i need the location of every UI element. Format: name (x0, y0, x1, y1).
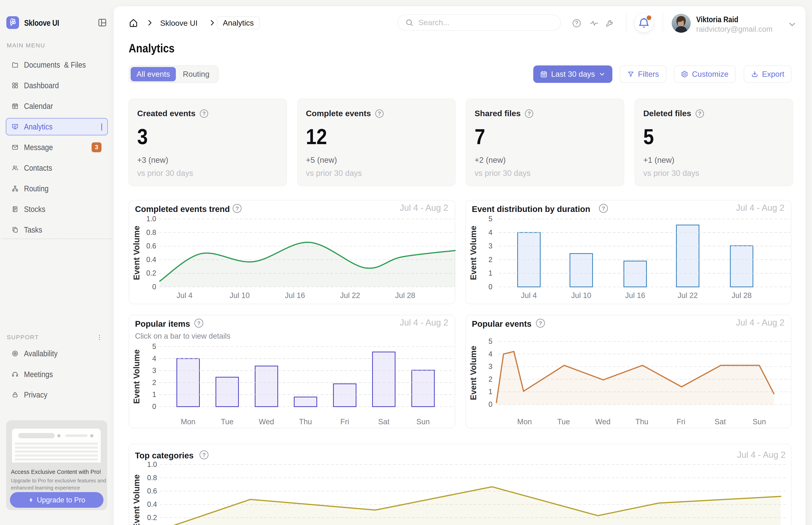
svg-text:Click on a bar to view details: Click on a bar to view details (135, 332, 230, 340)
svg-text:Jul 4 - Aug 2: Jul 4 - Aug 2 (400, 318, 448, 327)
svg-text:Jul 10: Jul 10 (571, 291, 591, 300)
svg-text:Tue: Tue (221, 418, 234, 426)
svg-text:Fri: Fri (341, 418, 349, 426)
svg-text:3: 3 (488, 362, 493, 371)
svg-text:Mon: Mon (517, 418, 532, 426)
svg-text:0: 0 (152, 403, 156, 410)
svg-text:4: 4 (152, 355, 156, 363)
svg-text:Jul 4: Jul 4 (521, 291, 537, 300)
svg-text:Mon: Mon (181, 418, 195, 426)
svg-text:5: 5 (152, 342, 156, 350)
svg-text:Jul 28: Jul 28 (395, 291, 415, 300)
svg-text:Jul 22: Jul 22 (340, 291, 360, 300)
svg-text:2: 2 (488, 375, 493, 383)
svg-text:0.4: 0.4 (147, 500, 157, 508)
svg-text:Sat: Sat (715, 418, 726, 426)
svg-text:5: 5 (488, 215, 493, 223)
svg-text:?: ? (202, 452, 206, 458)
svg-text:Tue: Tue (557, 418, 570, 426)
svg-text:Jul 16: Jul 16 (625, 291, 645, 300)
svg-text:Jul 16: Jul 16 (285, 291, 305, 300)
svg-text:5: 5 (488, 337, 493, 345)
svg-text:Jul 28: Jul 28 (732, 291, 752, 300)
svg-text:Thu: Thu (635, 418, 648, 426)
svg-text:Jul 4: Jul 4 (177, 291, 193, 300)
svg-text:4: 4 (488, 228, 493, 237)
svg-text:Jul 22: Jul 22 (678, 291, 697, 300)
svg-text:Event Volume: Event Volume (469, 226, 478, 280)
svg-text:Thu: Thu (299, 418, 312, 426)
svg-text:Jul 4 - Aug 2: Jul 4 - Aug 2 (736, 318, 784, 327)
svg-text:Fri: Fri (677, 418, 685, 426)
svg-text:Event Volume: Event Volume (132, 226, 141, 280)
svg-text:3: 3 (488, 242, 493, 250)
svg-text:1: 1 (152, 390, 156, 399)
svg-text:0.2: 0.2 (146, 269, 156, 277)
svg-text:Jul 4 - Aug 2: Jul 4 - Aug 2 (736, 203, 784, 212)
svg-text:0.6: 0.6 (147, 487, 157, 495)
svg-text:1: 1 (488, 388, 493, 396)
svg-text:Event Volume: Event Volume (132, 349, 141, 404)
svg-text:Sun: Sun (416, 418, 430, 426)
svg-text:1.0: 1.0 (147, 460, 157, 468)
svg-text:0.6: 0.6 (146, 242, 156, 250)
svg-text:Sun: Sun (753, 418, 766, 426)
svg-text:?: ? (235, 206, 239, 212)
svg-text:0.8: 0.8 (146, 228, 156, 237)
svg-text:Sat: Sat (378, 418, 389, 426)
svg-text:Wed: Wed (595, 418, 611, 426)
svg-text:1.0: 1.0 (146, 215, 156, 223)
svg-text:?: ? (602, 206, 605, 212)
svg-text:Event distribution by duration: Event distribution by duration (472, 205, 590, 214)
svg-text:0: 0 (488, 400, 493, 408)
svg-text:0.8: 0.8 (147, 474, 157, 482)
svg-text:Top categories: Top categories (135, 451, 194, 460)
svg-text:Jul 4 - Aug 2: Jul 4 - Aug 2 (737, 450, 786, 460)
svg-text:1: 1 (488, 269, 493, 277)
svg-text:Completed events trend: Completed events trend (135, 205, 230, 214)
svg-text:Event Volume: Event Volume (469, 346, 478, 400)
svg-text:Popular events: Popular events (472, 319, 531, 329)
svg-text:2: 2 (488, 256, 493, 264)
svg-text:0.4: 0.4 (146, 256, 156, 264)
svg-text:0: 0 (152, 283, 156, 291)
svg-text:?: ? (197, 320, 200, 326)
svg-text:Jul 10: Jul 10 (229, 291, 250, 300)
svg-text:0.2: 0.2 (147, 513, 157, 522)
svg-text:Wed: Wed (259, 418, 274, 426)
svg-text:4: 4 (488, 350, 493, 358)
svg-text:0: 0 (488, 283, 493, 291)
svg-text:Jul 4 - Aug 2: Jul 4 - Aug 2 (400, 203, 448, 212)
svg-text:3: 3 (152, 366, 156, 375)
svg-text:2: 2 (152, 378, 156, 387)
svg-text:Event Volume: Event Volume (132, 475, 141, 525)
svg-text:?: ? (539, 320, 542, 326)
svg-text:Popular items: Popular items (135, 319, 190, 329)
